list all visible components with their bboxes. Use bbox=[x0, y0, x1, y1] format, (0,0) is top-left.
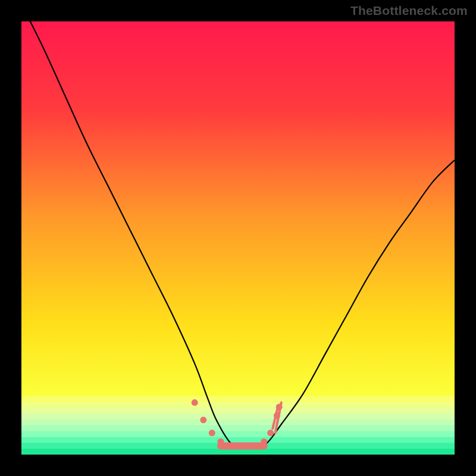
marker-dot bbox=[226, 443, 233, 449]
marker-dot bbox=[235, 443, 242, 449]
marker-dot bbox=[217, 439, 224, 445]
marker-dot bbox=[267, 430, 274, 436]
marker-dot bbox=[261, 439, 267, 445]
bottleneck-curve bbox=[21, 21, 455, 446]
curve-layer bbox=[21, 21, 455, 455]
watermark-text: TheBottleneck.com bbox=[350, 4, 468, 18]
marker-dot bbox=[192, 399, 198, 406]
plot-area bbox=[21, 21, 455, 455]
marker-dot bbox=[252, 443, 259, 449]
marker-dot bbox=[209, 430, 215, 436]
marker-dot bbox=[243, 443, 250, 449]
chart-frame: TheBottleneck.com bbox=[0, 0, 476, 476]
marker-dot bbox=[200, 416, 206, 423]
